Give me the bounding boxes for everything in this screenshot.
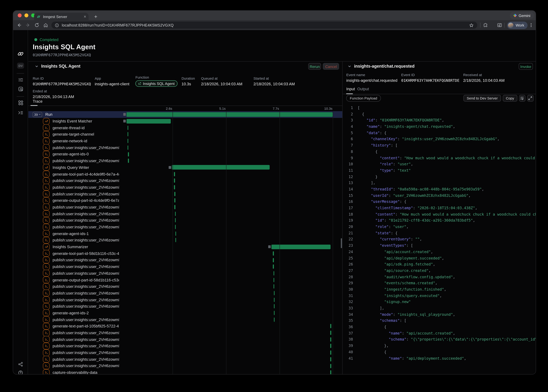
duration-tick[interactable] [330,331,331,335]
trace-row[interactable]: publish:user:insights:user_2VH6zowmhZC8z… [28,257,342,263]
duration-tick[interactable] [330,357,331,361]
duration-bar[interactable] [127,112,333,117]
duration-tick[interactable] [174,198,175,203]
run-section-header[interactable]: Insights SQL Agent Rerun Cancel [28,62,342,71]
function-pill[interactable]: Insights SQL Agent [135,80,178,87]
duration-tick[interactable] [174,205,175,209]
duration-tick[interactable] [175,231,176,236]
trace-row[interactable]: publish:user:insights:user_2VH6zowmhZC8z… [28,144,342,151]
address-bar[interactable]: localhost:8288/run?runID=01KHRMF677RJPPH… [51,21,477,29]
copy-button[interactable]: Copy [503,95,517,102]
cancel-button[interactable]: Cancel [323,63,339,70]
browser-tab[interactable]: Inngest Server × [34,13,89,20]
site-info-icon[interactable] [55,23,59,27]
duration-tick[interactable] [274,311,275,315]
trace-row[interactable]: generate-agent-ids-0 [28,151,342,157]
sidebar-item-apps[interactable] [13,100,28,105]
trace-row[interactable]: publish:user:insights:user_2VH6zowmhZC8z… [28,263,342,270]
trace-row[interactable]: generate-text-part-id-105bf925-5722-4371… [28,323,342,329]
reload-icon[interactable] [35,23,39,28]
duration-tick[interactable] [128,159,129,163]
bookmark-star-icon[interactable] [469,23,474,28]
profile-button[interactable]: Work [507,21,527,29]
sidebar-item-runs[interactable] [13,77,28,83]
minimize-window-button[interactable] [25,14,28,17]
trace-row[interactable]: publish:user:insights:user_2VH6zowmhZC8z… [28,356,342,363]
close-window-button[interactable] [18,14,22,17]
trace-row[interactable]: publish:user:insights:user_2VH6zowmhZC8z… [28,290,342,296]
trace-row[interactable]: publish:user:insights:user_2VH6zowmhZC8z… [28,329,342,336]
duration-tick[interactable] [175,238,176,242]
sidebar-item-insights[interactable] [13,86,28,92]
event-section-header[interactable]: insights-agent/chat.requested Invoke [343,62,536,71]
trace-row[interactable]: publish:user:insights:user_2VH6zowmhZC8z… [28,296,342,303]
trace-row[interactable]: Insights Event Matcher [28,118,342,124]
duration-tick[interactable] [330,337,331,342]
duration-tick[interactable] [274,317,275,322]
gemini-button[interactable]: Gemini [510,12,534,19]
app-link[interactable]: insights-agent-client [95,82,129,86]
expand-button[interactable] [527,95,534,102]
app-switcher-badge[interactable]: DV [17,63,24,69]
rerun-button[interactable]: Rerun [308,63,321,70]
duration-tick[interactable] [273,265,274,269]
duration-tick[interactable] [274,298,275,302]
trace-row[interactable]: publish:user:insights:user_2VH6zowmhZC8z… [28,217,342,224]
duration-tick[interactable] [175,212,176,216]
forward-icon[interactable] [26,23,31,28]
home-icon[interactable] [43,23,48,28]
trace-row[interactable]: publish:user:insights:user_2VH6zowmhZC8z… [28,363,342,369]
children-count-badge[interactable]: 39 [33,112,42,117]
duration-bar[interactable] [271,245,331,249]
back-icon[interactable] [17,23,22,28]
duration-tick[interactable] [330,350,331,355]
trace-row[interactable]: generate-tool-part-id-4c4de9f0-6e7a-4de6… [28,171,342,177]
duration-bar[interactable] [172,165,270,170]
trace-row[interactable]: publish:user:insights:user_2VH6zowmhZC8z… [28,316,342,323]
side-panel-search-icon[interactable] [497,23,502,28]
duration-tick[interactable] [175,225,176,229]
help-icon[interactable] [13,370,28,374]
duration-tick[interactable] [128,139,128,143]
function-payload-pill[interactable]: Function Payload [346,95,381,102]
duration-tick[interactable] [174,192,175,196]
inngest-logo[interactable] [13,51,28,57]
duration-tick[interactable] [273,284,274,289]
trace-row[interactable]: publish:user:insights:user_2VH6zowmhZC8z… [28,184,342,191]
trace-row[interactable]: publish:user:insights:user_2VH6zowmhZC8z… [28,157,342,164]
browser-menu-icon[interactable] [529,23,534,28]
duration-bar[interactable] [127,119,171,123]
trace-row[interactable]: publish:user:insights:user_2VH6zowmhZC8z… [28,191,342,197]
trace-row[interactable]: generate-agent-ids-2 [28,310,342,316]
duration-tick[interactable] [330,371,331,374]
tab-trace[interactable]: Trace [33,99,43,103]
tab-output[interactable]: Output [357,87,369,91]
trace-row[interactable]: publish:user:insights:user_2VH6zowmhZC8z… [28,283,342,290]
send-to-dev-server-button[interactable]: Send to Dev Server [463,95,501,102]
duration-tick[interactable] [174,172,175,176]
duration-tick[interactable] [174,179,175,183]
trace-row[interactable]: publish:user:insights:user_2VH6zowmhZC8z… [28,336,342,343]
trace-row[interactable]: Insights Query Writer [28,164,342,171]
trace-row[interactable]: publish:user:insights:user_2VH6zowmhZC8z… [28,210,342,217]
duration-tick[interactable] [128,132,128,136]
trace-row[interactable]: publish:user:insights:user_2VH6zowmhZC8z… [28,177,342,184]
payload-code-editor[interactable]: 1[2 {3 "id": "01KHRMF63Y7AHK7EKFQGN8RTDE… [343,105,536,374]
duration-tick[interactable] [330,344,331,348]
trace-row[interactable]: Insights Summarizer [28,244,342,250]
duration-tick[interactable] [330,324,331,328]
duration-tick[interactable] [273,258,274,262]
trace-row[interactable]: publish:user:insights:user_2VH6zowmhZC8z… [28,270,342,277]
duration-tick[interactable] [274,291,275,295]
chevron-down-icon[interactable] [348,65,351,68]
trace-row[interactable]: publish:user:insights:user_2VH6zowmhZC8z… [28,204,342,210]
duration-tick[interactable] [128,126,128,130]
trace-row[interactable]: generate-tool-part-id-58d1b116-c53c-4e6c… [28,250,342,257]
share-icon[interactable] [13,362,28,367]
sidebar-item-functions[interactable] [13,110,28,115]
trace-row[interactable]: generate-thread-id [28,124,342,131]
duration-tick[interactable] [330,364,331,368]
trace-row[interactable]: publish:user:insights:user_2VH6zowmhZC8z… [28,343,342,349]
trace-row[interactable]: generate-output-part-id-58d1b116-c53c-4e… [28,277,342,283]
duration-tick[interactable] [273,271,274,275]
